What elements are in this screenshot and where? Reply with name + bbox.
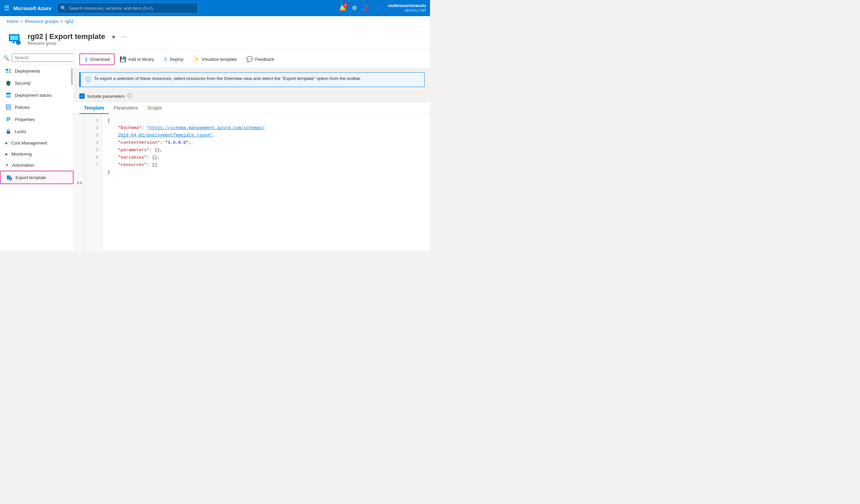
sidebar-item-locks-label: Locks (15, 129, 26, 134)
download-label: Download (90, 57, 110, 62)
svg-rect-3 (12, 43, 15, 43)
sidebar-item-export-template[interactable]: Export template (0, 171, 74, 184)
include-parameters-info-icon[interactable]: ⓘ (127, 93, 132, 99)
user-info: ravikiransrinivasulu DEFAULT DIR (388, 3, 426, 13)
breadcrumb-home[interactable]: Home (7, 19, 18, 24)
line-num-7: 7 (85, 161, 102, 169)
global-search-input[interactable] (69, 6, 194, 11)
sidebar: 🔍 ⋮ « Deployments Security (0, 51, 74, 251)
svg-rect-12 (6, 96, 11, 98)
security-icon (5, 80, 11, 86)
search-icon: 🔍 (60, 5, 66, 11)
sidebar-item-deployments-label: Deployments (15, 69, 40, 74)
sidebar-items-list: Deployments Security Deployment stacks P… (0, 65, 74, 251)
code-editor: »» 1 2 3 4 5 6 7 { "$schema": "https://s… (74, 114, 430, 251)
page-title-section: rg02 | Export template ★ ⋯ Resource grou… (28, 32, 128, 46)
page-title: rg02 | Export template ★ ⋯ (28, 32, 128, 41)
sidebar-item-deployment-stacks-label: Deployment stacks (15, 93, 52, 98)
sidebar-item-locks[interactable]: Locks (0, 125, 74, 138)
hamburger-menu-icon[interactable]: ☰ (4, 4, 10, 12)
sidebar-item-policies[interactable]: Policies (0, 101, 74, 113)
profile-icon[interactable]: 👤 (375, 4, 383, 12)
deploy-button[interactable]: ⇧ Deploy (159, 54, 187, 65)
notification-badge: 2 (343, 2, 348, 8)
breadcrumb-rg02[interactable]: rg02 (65, 19, 74, 24)
svg-rect-9 (9, 71, 11, 73)
tab-scripts[interactable]: Scripts (143, 102, 167, 114)
toolbar: ⇓ Download 💾 Add to library ⇧ Deploy ✨ V… (74, 51, 430, 68)
feedback-button[interactable]: 💬 Feedback (242, 54, 278, 65)
user-tenant: DEFAULT DIR (388, 9, 426, 13)
notifications-icon[interactable]: 🔔 2 (339, 4, 346, 12)
schema-link-2[interactable]: 2019-04-01/deploymentTemplate.json#" (118, 133, 212, 138)
schema-link[interactable]: "https://schema.management.azure.com/sch… (147, 125, 265, 130)
visualize-template-label: Visualize template (202, 57, 237, 62)
sidebar-search-icon: 🔍 (3, 55, 9, 60)
visualize-icon: ✨ (193, 56, 200, 62)
code-collapse-button[interactable]: »» (74, 114, 85, 251)
chevron-right-icon-2: ▶ (5, 152, 8, 156)
page-subtitle: Resource group (28, 41, 128, 46)
settings-icon[interactable]: ⚙ (352, 4, 357, 12)
svg-text:↓: ↓ (17, 41, 19, 44)
line-num-6: 6 (85, 154, 102, 161)
sidebar-item-security-label: Security (15, 81, 31, 86)
main-layout: 🔍 ⋮ « Deployments Security (0, 51, 430, 251)
code-content[interactable]: { "$schema": "https://schema.management.… (102, 114, 430, 251)
include-parameters-checkbox[interactable]: ✓ (79, 93, 85, 99)
add-to-library-label: Add to library (128, 57, 154, 62)
library-icon: 💾 (119, 56, 126, 62)
tab-template[interactable]: Template (79, 102, 109, 114)
include-parameters-label: Include parameters (87, 94, 125, 99)
code-line-2: "$schema": "https://schema.management.az… (108, 124, 430, 132)
sidebar-item-deployments[interactable]: Deployments (0, 65, 74, 77)
locks-icon (5, 128, 11, 134)
sidebar-search-input[interactable] (12, 54, 74, 62)
favorite-star-button[interactable]: ★ (110, 33, 117, 41)
code-line-6: "resources": [] (108, 161, 430, 169)
sidebar-group-automation[interactable]: ▼ Automation (0, 160, 74, 171)
svg-rect-7 (9, 69, 11, 71)
sidebar-group-monitoring[interactable]: ▶ Monitoring (0, 148, 74, 160)
breadcrumb-sep-2: > (60, 19, 63, 24)
add-to-library-button[interactable]: 💾 Add to library (115, 54, 159, 65)
sidebar-item-deployment-stacks[interactable]: Deployment stacks (0, 89, 74, 101)
download-icon: ⇓ (84, 56, 88, 62)
sidebar-group-cost-management[interactable]: ▶ Cost Management (0, 138, 74, 148)
sidebar-item-policies-label: Policies (15, 105, 30, 110)
svg-rect-8 (6, 71, 8, 73)
code-line-7: } (108, 169, 430, 176)
feedback-label: Feedback (255, 57, 274, 62)
tab-parameters[interactable]: Parameters (109, 102, 142, 114)
svg-rect-11 (6, 95, 11, 96)
sidebar-item-export-template-label: Export template (15, 175, 46, 180)
info-banner-text: To export a selection of these resources… (94, 76, 361, 81)
line-num-3: 3 (85, 132, 102, 139)
chevron-right-icon: ▶ (5, 141, 8, 145)
sidebar-group-monitoring-label: Monitoring (11, 152, 32, 157)
code-line-numbers: 1 2 3 4 5 6 7 (85, 114, 102, 251)
more-options-button[interactable]: ⋯ (120, 33, 128, 41)
svg-rect-21 (7, 131, 10, 134)
sidebar-item-security[interactable]: Security (0, 77, 74, 89)
sidebar-group-cost-management-label: Cost Management (11, 141, 47, 145)
help-icon[interactable]: ❓ (362, 4, 370, 12)
sidebar-item-properties-label: Properties (15, 117, 34, 122)
svg-rect-1 (10, 35, 18, 40)
deployment-stacks-icon (5, 92, 11, 98)
download-button[interactable]: ⇓ Download (79, 54, 115, 65)
sidebar-item-properties[interactable]: Properties (0, 113, 74, 125)
feedback-icon: 💬 (246, 56, 253, 62)
include-parameters-row: ✓ Include parameters ⓘ (74, 91, 430, 102)
topbar-right-actions: 🔔 2 ⚙ ❓ 👤 ravikiransrinivasulu DEFAULT D… (339, 3, 426, 13)
visualize-template-button[interactable]: ✨ Visualize template (188, 54, 241, 65)
code-line-4: "parameters": {}, (108, 146, 430, 154)
line-num-2: 2 (85, 124, 102, 132)
code-line-3: "contentVersion": "1.0.0.0", (108, 139, 430, 146)
policies-icon (5, 104, 11, 110)
resource-group-icon: ↓ (7, 31, 23, 47)
code-line-5: "variables": {}, (108, 154, 430, 161)
sidebar-search-bar: 🔍 ⋮ « (0, 51, 74, 65)
global-search-box[interactable]: 🔍 (57, 3, 198, 13)
breadcrumb-resource-groups[interactable]: Resource groups (25, 19, 58, 24)
